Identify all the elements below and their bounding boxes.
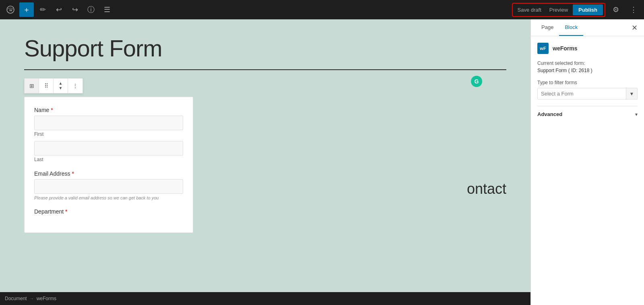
advanced-header[interactable]: Advanced ▾ bbox=[537, 111, 638, 117]
list-view-button[interactable]: ☰ bbox=[100, 2, 114, 17]
block-toolbar: ⊞ ⠿ ▲▼ ⋮ bbox=[24, 78, 83, 93]
email-field: Email Address * Please provide a valid e… bbox=[34, 170, 183, 200]
wordpress-icon: W bbox=[6, 6, 14, 14]
redo-button[interactable]: ↪ bbox=[68, 2, 82, 17]
contact-partial-text: ontact bbox=[467, 181, 506, 197]
breadcrumb-separator: → bbox=[29, 296, 34, 301]
settings-button[interactable]: ⚙ bbox=[609, 2, 623, 17]
name-last-input[interactable] bbox=[34, 141, 183, 156]
email-required-star: * bbox=[72, 170, 74, 177]
add-block-button[interactable]: ＋ bbox=[19, 2, 34, 17]
save-draft-button[interactable]: Save draft bbox=[514, 5, 545, 15]
breadcrumb-document: Document bbox=[5, 296, 27, 301]
weforms-plugin-name: weForms bbox=[553, 45, 577, 52]
department-required-star: * bbox=[65, 208, 67, 215]
last-sub-label: Last bbox=[34, 157, 183, 162]
block-type-button[interactable]: ⊞ bbox=[25, 79, 39, 93]
sidebar-content: wF weForms Current selected form: Suppor… bbox=[531, 36, 644, 305]
name-label: Name * bbox=[34, 107, 183, 113]
advanced-section: Advanced ▾ bbox=[537, 106, 638, 117]
page-title[interactable]: Support Form bbox=[24, 35, 506, 61]
first-sub-label: First bbox=[34, 131, 183, 137]
form-block: Name * First Last Email Address * Please bbox=[24, 97, 193, 233]
sidebar-tab-group: Page Block bbox=[536, 19, 583, 36]
email-label: Email Address * bbox=[34, 170, 183, 177]
tab-block[interactable]: Block bbox=[559, 19, 583, 36]
filter-label: Type to filter forms bbox=[537, 80, 638, 85]
selected-form-value: Support Form ( ID: 2618 ) bbox=[537, 68, 638, 73]
grammarly-icon: G bbox=[471, 76, 482, 87]
editor-area: Support Form G ⊞ ⠿ ▲▼ ⋮ Name * bbox=[0, 19, 530, 305]
advanced-chevron-icon: ▾ bbox=[635, 112, 638, 117]
publish-area: Save draft Preview Publish bbox=[512, 3, 605, 17]
block-drag-button[interactable]: ⠿ bbox=[39, 79, 54, 93]
selected-form-label: Current selected form: bbox=[537, 60, 638, 66]
breadcrumb: Document → weForms bbox=[0, 292, 530, 305]
email-input[interactable] bbox=[34, 179, 183, 194]
department-field: Department * bbox=[34, 208, 183, 215]
form-select-arrow[interactable]: ▼ bbox=[626, 88, 637, 99]
sidebar: Page Block ✕ wF weForms Current selected… bbox=[530, 19, 644, 305]
more-options-button[interactable]: ⋮ bbox=[626, 2, 641, 17]
info-button[interactable]: ⓘ bbox=[84, 2, 98, 17]
breadcrumb-block: weForms bbox=[37, 296, 56, 301]
form-select-input[interactable] bbox=[538, 88, 626, 99]
name-first-input[interactable] bbox=[34, 116, 183, 130]
email-hint: Please provide a valid email address so … bbox=[34, 195, 183, 200]
weforms-plugin-icon: wF bbox=[537, 43, 549, 54]
name-field: Name * First Last bbox=[34, 107, 183, 162]
svg-text:W: W bbox=[9, 8, 12, 12]
block-move-button[interactable]: ▲▼ bbox=[54, 79, 68, 93]
tab-page[interactable]: Page bbox=[536, 19, 559, 36]
advanced-title: Advanced bbox=[537, 111, 562, 117]
main-layout: Support Form G ⊞ ⠿ ▲▼ ⋮ Name * bbox=[0, 19, 644, 305]
edit-tool-button[interactable]: ✏ bbox=[35, 2, 50, 17]
weforms-header: wF weForms bbox=[537, 43, 638, 54]
wp-logo[interactable]: W bbox=[3, 2, 18, 17]
toolbar: W ＋ ✏ ↩ ↪ ⓘ ☰ Save draft Preview Publish… bbox=[0, 0, 644, 19]
form-select-wrap: ▼ bbox=[537, 88, 638, 100]
sidebar-tabs: Page Block ✕ bbox=[531, 19, 644, 36]
toolbar-left: W ＋ ✏ ↩ ↪ ⓘ ☰ bbox=[3, 2, 114, 17]
block-more-button[interactable]: ⋮ bbox=[68, 79, 83, 93]
publish-button[interactable]: Publish bbox=[573, 4, 603, 15]
content-divider bbox=[24, 69, 506, 70]
preview-button[interactable]: Preview bbox=[546, 5, 571, 15]
sidebar-close-button[interactable]: ✕ bbox=[630, 22, 639, 34]
toolbar-right: Save draft Preview Publish ⚙ ⋮ bbox=[512, 0, 644, 19]
undo-button[interactable]: ↩ bbox=[52, 2, 66, 17]
department-label: Department * bbox=[34, 208, 183, 215]
name-required-star: * bbox=[51, 107, 53, 113]
editor-content: Support Form G ⊞ ⠿ ▲▼ ⋮ Name * bbox=[0, 19, 530, 305]
